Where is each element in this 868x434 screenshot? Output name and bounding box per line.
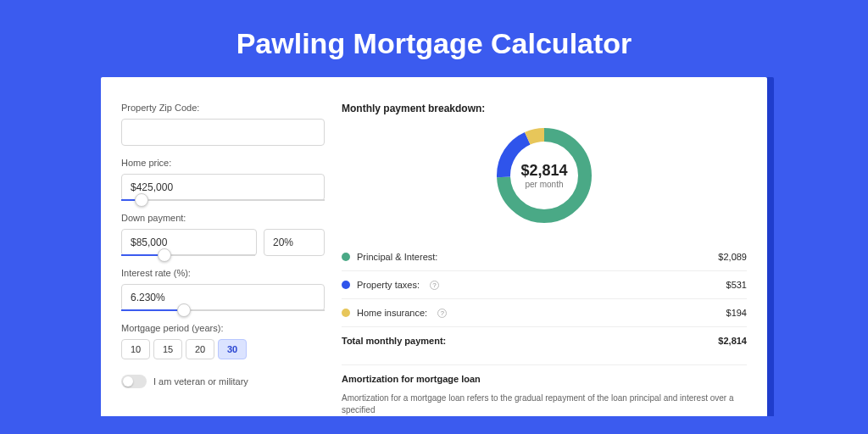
interest-group: Interest rate (%): bbox=[121, 268, 325, 311]
home-price-group: Home price: bbox=[121, 158, 325, 201]
legend-row: Principal & Interest:$2,089 bbox=[342, 243, 747, 271]
interest-slider-thumb[interactable] bbox=[177, 303, 191, 317]
period-btn-20[interactable]: 20 bbox=[186, 339, 214, 359]
legend-value: $2,089 bbox=[718, 252, 747, 262]
calculator-panel: Property Zip Code: Home price: Down paym… bbox=[101, 77, 767, 416]
amort-heading: Amortization for mortgage loan bbox=[342, 364, 747, 384]
home-price-slider-thumb[interactable] bbox=[135, 193, 148, 207]
legend-value: $194 bbox=[726, 308, 747, 318]
zip-input[interactable] bbox=[121, 119, 325, 146]
period-btn-10[interactable]: 10 bbox=[121, 339, 150, 359]
legend-label: Principal & Interest: bbox=[357, 252, 437, 262]
donut-chart: $2,814 per month bbox=[492, 123, 597, 228]
info-icon[interactable]: ? bbox=[430, 281, 439, 290]
form-column: Property Zip Code: Home price: Down paym… bbox=[121, 103, 325, 416]
down-payment-slider-thumb[interactable] bbox=[158, 248, 171, 262]
veteran-row: I am veteran or military bbox=[121, 375, 325, 388]
period-buttons: 10 15 20 30 bbox=[121, 339, 325, 359]
down-payment-input[interactable] bbox=[121, 229, 257, 256]
veteran-label: I am veteran or military bbox=[153, 376, 248, 387]
legend-dot bbox=[342, 281, 350, 289]
down-payment-label: Down payment: bbox=[121, 213, 325, 223]
page-title: Pawling Mortgage Calculator bbox=[0, 0, 868, 77]
donut-sub: per month bbox=[525, 180, 563, 189]
legend-label: Home insurance: bbox=[357, 308, 427, 318]
donut-center: $2,814 per month bbox=[492, 123, 597, 228]
zip-group: Property Zip Code: bbox=[121, 103, 325, 146]
breakdown-heading: Monthly payment breakdown: bbox=[342, 103, 747, 114]
donut-wrap: $2,814 per month bbox=[342, 123, 747, 228]
veteran-toggle[interactable] bbox=[121, 375, 147, 388]
home-price-label: Home price: bbox=[121, 158, 325, 168]
period-btn-30[interactable]: 30 bbox=[218, 339, 247, 359]
zip-label: Property Zip Code: bbox=[121, 103, 325, 113]
legend-dot bbox=[342, 253, 350, 261]
period-label: Mortgage period (years): bbox=[121, 323, 325, 333]
down-payment-pct-input[interactable] bbox=[264, 229, 325, 256]
info-icon[interactable]: ? bbox=[437, 309, 447, 318]
legend-row: Property taxes:?$531 bbox=[342, 271, 747, 299]
legend-row: Home insurance:?$194 bbox=[342, 299, 747, 327]
interest-label: Interest rate (%): bbox=[121, 268, 325, 278]
legend-label: Property taxes: bbox=[357, 280, 420, 290]
amort-text: Amortization for a mortgage loan refers … bbox=[342, 392, 747, 416]
breakdown-column: Monthly payment breakdown: $2,814 per mo… bbox=[342, 103, 747, 416]
total-label: Total monthly payment: bbox=[342, 336, 446, 346]
period-group: Mortgage period (years): 10 15 20 30 bbox=[121, 323, 325, 359]
total-value: $2,814 bbox=[718, 336, 747, 346]
total-row: Total monthly payment: $2,814 bbox=[342, 327, 747, 358]
legend-value: $531 bbox=[726, 280, 747, 290]
down-payment-slider[interactable] bbox=[121, 254, 255, 256]
down-payment-group: Down payment: bbox=[121, 213, 325, 256]
donut-amount: $2,814 bbox=[520, 162, 567, 180]
period-btn-15[interactable]: 15 bbox=[153, 339, 182, 359]
legend: Principal & Interest:$2,089Property taxe… bbox=[342, 243, 747, 327]
interest-input[interactable] bbox=[121, 284, 325, 311]
interest-slider[interactable] bbox=[121, 309, 325, 311]
home-price-slider[interactable] bbox=[121, 199, 325, 201]
legend-dot bbox=[342, 309, 350, 317]
home-price-input[interactable] bbox=[121, 174, 325, 201]
